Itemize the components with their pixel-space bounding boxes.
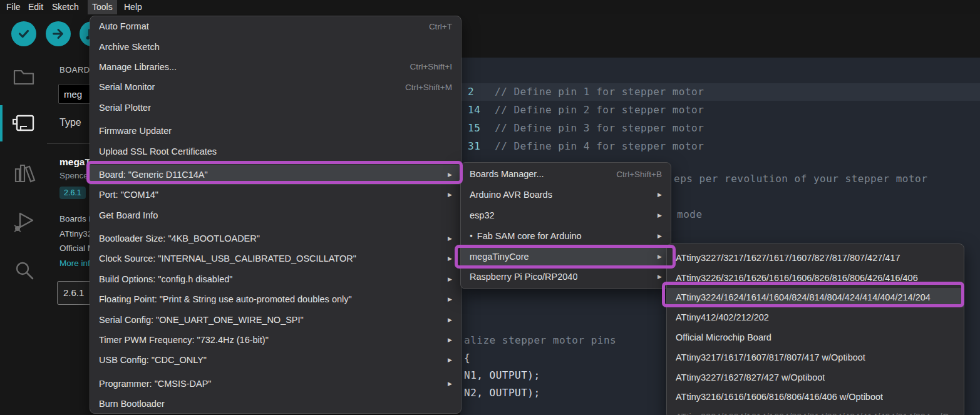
sketchbook-folder-icon[interactable] — [13, 66, 35, 89]
menu-item-label: Auto Format — [99, 21, 149, 31]
menu-item-arduino-avr-boards[interactable]: Arduino AVR Boards▶ — [461, 185, 671, 205]
debug-panel-icon[interactable] — [13, 210, 36, 235]
menu-item-fab-sam-core-for-arduino[interactable]: ●Fab SAM core for Arduino▶ — [461, 225, 671, 246]
menu-item-attiny3226-3216-1626-1616-1606-826-816-806[interactable]: ATtiny3226/3216/1626/1616/1606/826/816/8… — [667, 268, 964, 288]
submenu-arrow-icon: ▶ — [438, 337, 452, 343]
menu-item-label: megaTinyCore — [470, 252, 529, 262]
submenu-arrow-icon: ▶ — [438, 317, 452, 323]
menu-item-label: ATtiny3224/1624/1614/1604/824/814/804/42… — [676, 292, 931, 302]
menu-item-serial-config-one-uart-one-wire-no-spi[interactable]: Serial Config: "ONE_UART_ONE_WIRE_NO_SPI… — [90, 309, 461, 329]
submenu-arrow-icon: ▶ — [438, 192, 452, 198]
menu-item-usb-config-cdc-only[interactable]: USB Config: "CDC_ONLY"▶ — [90, 350, 461, 370]
board-submenu: Boards Manager...Ctrl+Shift+BArduino AVR… — [460, 162, 671, 289]
menu-item-attiny3224-1624-1614-1604-824-814-804-424-[interactable]: ATtiny3224/1624/1614/1604/824/814/804/42… — [667, 288, 964, 308]
menu-item-label: Serial Monitor — [99, 82, 155, 92]
code-comment: mode — [677, 208, 703, 220]
menu-item-programmer-cmsis-dap[interactable]: Programmer: "CMSIS-DAP"▶ — [90, 374, 461, 394]
code-number-literal: 14 — [468, 104, 480, 116]
menu-item-label: Build Options: "config.h disabled" — [99, 274, 232, 284]
menu-item-attiny412-402-212-202[interactable]: ATtiny412/402/212/202 — [667, 307, 964, 327]
submenu-arrow-icon: ▶ — [438, 235, 452, 242]
menu-item-timer-pwm-frequency-732-4hz-16-bit[interactable]: Timer PWM Frequency: "732.4Hz (16-bit)"▶ — [90, 330, 461, 350]
menu-item-label: Port: "COM14" — [99, 190, 158, 200]
verify-button[interactable] — [11, 21, 36, 46]
menu-item-burn-bootloader[interactable]: Burn Bootloader — [90, 394, 461, 414]
menu-item-clock-source-internal-usb-calibrated-oscil[interactable]: Clock Source: "INTERNAL_USB_CALIBRATED_O… — [90, 248, 461, 269]
menu-item-build-options-config-h-disabled[interactable]: Build Options: "config.h disabled"▶ — [90, 269, 461, 289]
menu-item-label: Board: "Generic D11C14A" — [99, 170, 208, 180]
boards-manager-icon[interactable] — [13, 113, 36, 136]
submenu-arrow-icon: ▶ — [438, 172, 452, 178]
mcu-board-submenu: ATtiny3227/3217/1627/1617/1607/827/817/8… — [666, 243, 964, 415]
menu-item-official-microchip-board[interactable]: Official Microchip Board — [667, 327, 964, 347]
active-tab-indicator — [0, 105, 3, 141]
type-filter-label[interactable]: Type — [59, 117, 81, 128]
menu-item-auto-format[interactable]: Auto FormatCtrl+T — [90, 16, 461, 36]
menu-item-label: Programmer: "CMSIS-DAP" — [99, 379, 212, 389]
library-manager-icon[interactable] — [13, 161, 36, 187]
menu-item-boards-manager[interactable]: Boards Manager...Ctrl+Shift+B — [461, 164, 671, 185]
menu-item-serial-plotter[interactable]: Serial Plotter — [90, 98, 461, 118]
upload-button[interactable] — [46, 21, 71, 46]
menu-file[interactable]: File — [2, 0, 25, 14]
menu-item-board-generic-d11c14a[interactable]: Board: "Generic D11C14A"▶ — [90, 165, 461, 185]
menu-item-label: Manage Libraries... — [99, 62, 177, 72]
menu-item-attiny3216-1616-1606-816-806-416-406-w-opt[interactable]: ATtiny3216/1616/1606/816/806/416/406 w/O… — [667, 387, 964, 407]
menu-item-serial-monitor[interactable]: Serial MonitorCtrl+Shift+M — [90, 77, 461, 97]
menu-item-manage-libraries[interactable]: Manage Libraries...Ctrl+Shift+I — [90, 57, 461, 77]
submenu-arrow-icon: ▶ — [647, 254, 662, 260]
code-statement: { — [464, 352, 470, 364]
menu-item-label: Get Board Info — [99, 210, 158, 220]
menu-item-megatinycore[interactable]: megaTinyCore▶ — [461, 246, 671, 267]
menu-item-label: USB Config: "CDC_ONLY" — [99, 355, 207, 365]
code-number-literal: 15 — [468, 122, 480, 134]
menu-item-attiny3217-1617-1607-817-807-417-w-optiboo[interactable]: ATtiny3217/1617/1607/817/807/417 w/Optib… — [667, 347, 964, 367]
search-icon[interactable] — [13, 259, 36, 285]
menu-item-label: Timer PWM Frequency: "732.4Hz (16-bit)" — [99, 335, 269, 345]
menu-item-port-com14[interactable]: Port: "COM14"▶ — [90, 185, 461, 205]
submenu-arrow-icon: ▶ — [647, 212, 662, 218]
submenu-arrow-icon: ▶ — [438, 357, 452, 363]
submenu-arrow-icon: ▶ — [647, 192, 662, 198]
menu-item-upload-ssl-root-certificates[interactable]: Upload SSL Root Certificates — [90, 141, 461, 161]
code-number-literal: 2 — [468, 86, 474, 98]
menu-item-get-board-info[interactable]: Get Board Info — [90, 205, 461, 225]
menu-sketch[interactable]: Sketch — [48, 0, 83, 14]
menu-item-esp32[interactable]: esp32▶ — [461, 205, 671, 226]
menu-item-bootloader-size-4kb-bootloader[interactable]: Bootloader Size: "4KB_BOOTLOADER"▶ — [90, 228, 461, 248]
installed-version-badge: 2.6.1 — [59, 187, 86, 199]
menu-item-label: Bootloader Size: "4KB_BOOTLOADER" — [99, 233, 260, 243]
menu-item-label: ATtiny3227/3217/1627/1617/1607/827/817/8… — [676, 253, 900, 263]
menu-item-label: Boards Manager... — [470, 169, 544, 179]
menu-edit[interactable]: Edit — [24, 0, 48, 14]
submenu-arrow-icon: ▶ — [438, 381, 452, 387]
menu-item-attiny3224-1624-1614-1604-824-814-804-424-[interactable]: ATtiny3224/1624/1614/1604/824/814/804/42… — [667, 407, 964, 415]
menu-item-label: Firmware Updater — [99, 126, 172, 136]
menu-item-label: Serial Plotter — [99, 103, 151, 113]
menu-item-attiny3227-3217-1627-1617-1607-827-817-807[interactable]: ATtiny3227/3217/1627/1617/1607/827/817/8… — [667, 248, 964, 268]
menu-item-label: ATtiny412/402/212/202 — [676, 312, 769, 322]
menu-item-firmware-updater[interactable]: Firmware Updater — [90, 121, 461, 141]
menu-help[interactable]: Help — [120, 0, 147, 14]
menu-item-shortcut: Ctrl+Shift+M — [393, 83, 452, 92]
arduino-ide-window: 2// Define pin 1 for stepper motor14// D… — [0, 0, 980, 415]
code-number-literal: 31 — [468, 140, 480, 152]
tools-menu: Auto FormatCtrl+TArchive SketchManage Li… — [90, 16, 462, 414]
menu-item-label: ATtiny3226/3216/1626/1616/1606/826/816/8… — [676, 273, 918, 283]
submenu-arrow-icon: ▶ — [647, 274, 662, 280]
menu-tools[interactable]: Tools — [88, 0, 117, 14]
menu-item-raspberry-pi-pico-rp2040[interactable]: Raspberry Pi Pico/RP2040▶ — [461, 267, 671, 287]
checkmark-icon — [16, 26, 32, 42]
menu-item-attiny3227-1627-827-427-w-optiboot[interactable]: ATtiny3227/1627/827/427 w/Optiboot — [667, 367, 964, 387]
menu-item-label: Upload SSL Root Certificates — [99, 146, 217, 156]
code-comment: alize stepper motor pins — [464, 334, 616, 346]
activity-bar — [0, 58, 47, 415]
menu-item-label: Floating Point: "Print & String use auto… — [99, 294, 352, 304]
menu-item-label: Raspberry Pi Pico/RP2040 — [470, 272, 577, 282]
code-comment: // Define pin 2 for stepper motor — [495, 104, 704, 116]
submenu-arrow-icon: ▶ — [438, 296, 452, 302]
menu-item-label: Burn Bootloader — [99, 399, 165, 409]
menu-item-archive-sketch[interactable]: Archive Sketch — [90, 36, 461, 56]
menu-item-floating-point-print-string-use-auto-promo[interactable]: Floating Point: "Print & String use auto… — [90, 289, 461, 309]
menu-item-label: Serial Config: "ONE_UART_ONE_WIRE_NO_SPI… — [99, 315, 304, 325]
